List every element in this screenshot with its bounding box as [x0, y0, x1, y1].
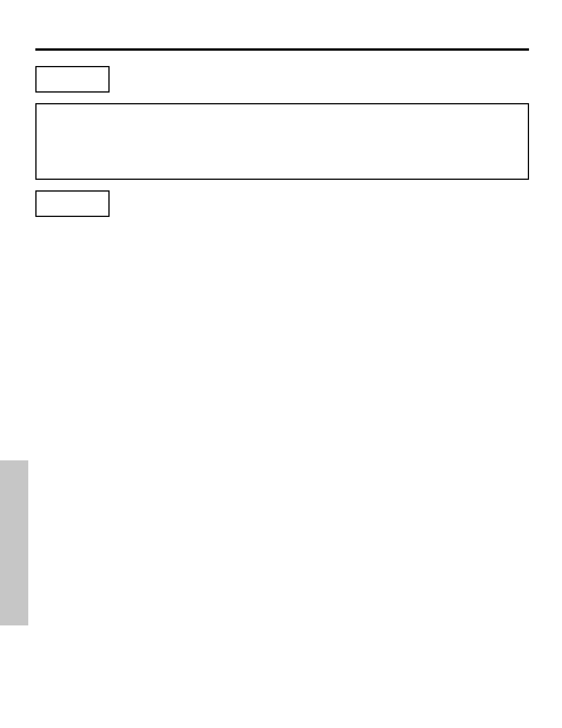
box-small-bottom	[35, 190, 110, 217]
document-page	[0, 0, 562, 728]
side-tab	[0, 460, 28, 625]
top-divider	[35, 48, 529, 51]
box-small-top	[35, 66, 110, 93]
box-large-middle	[35, 103, 529, 180]
